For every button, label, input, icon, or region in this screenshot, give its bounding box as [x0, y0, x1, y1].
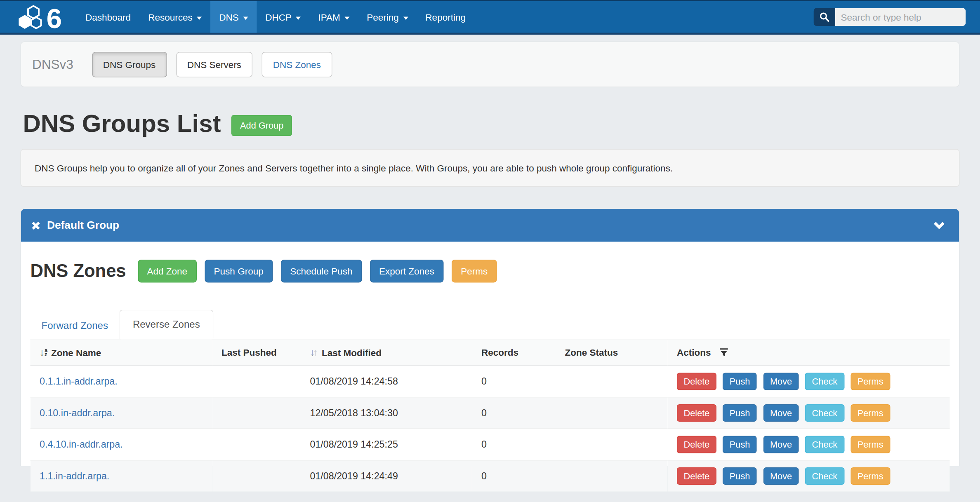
add-group-button[interactable]: Add Group — [231, 115, 292, 136]
toolbar-schedule-push[interactable]: Schedule Push — [281, 260, 362, 283]
nav-item-resources[interactable]: Resources — [139, 1, 210, 33]
brand-logo[interactable]: 6 — [18, 5, 62, 29]
cell-zone-status — [556, 397, 668, 429]
zones-table-body: 0.1.1.in-addr.arpa. 01/08/2019 14:24:58 … — [31, 366, 950, 491]
search-icon[interactable] — [814, 8, 836, 26]
row-action-delete[interactable]: Delete — [677, 404, 716, 421]
row-action-move[interactable]: Move — [763, 467, 799, 484]
cell-actions: Delete Push Move Check Perms — [668, 366, 950, 397]
group-panel-header[interactable]: Default Group — [21, 209, 959, 242]
col-last-modified[interactable]: ↓↑ Last Modified — [301, 340, 472, 366]
row-action-move[interactable]: Move — [763, 436, 799, 453]
search-input[interactable] — [835, 8, 966, 26]
zone-link[interactable]: 1.1.in-addr.arpa. — [40, 470, 109, 481]
cell-last-modified: 12/05/2018 13:04:30 — [301, 397, 472, 429]
cell-last-modified: 01/08/2019 14:24:58 — [301, 366, 472, 397]
cell-zone-name: 0.4.10.in-addr.arpa. — [31, 429, 212, 460]
zone-link[interactable]: 0.1.1.in-addr.arpa. — [40, 375, 118, 386]
zones-toolbar: Add ZonePush GroupSchedule PushExport Zo… — [130, 260, 497, 283]
zones-table-header: ↓az Zone Name Last Pushed ↓↑ Last Modifi… — [31, 340, 950, 366]
row-action-push[interactable]: Push — [723, 373, 757, 390]
zone-link[interactable]: 0.4.10.in-addr.arpa. — [40, 439, 123, 449]
row-action-move[interactable]: Move — [763, 373, 799, 390]
row-action-perms[interactable]: Perms — [850, 404, 890, 421]
nav-item-dhcp[interactable]: DHCP — [257, 1, 309, 33]
cell-actions: Delete Push Move Check Perms — [668, 397, 950, 429]
default-group-panel: Default Group DNS Zones Add ZonePush Gro… — [21, 209, 960, 466]
row-action-check[interactable]: Check — [805, 467, 844, 484]
zone-link[interactable]: 0.10.in-addr.arpa. — [40, 407, 115, 418]
zones-head: DNS Zones Add ZonePush GroupSchedule Pus… — [31, 242, 950, 283]
nav-item-ipam[interactable]: IPAM — [309, 1, 358, 33]
nav-item-dashboard[interactable]: Dashboard — [77, 1, 139, 33]
cell-last-modified: 01/08/2019 14:25:25 — [301, 429, 472, 460]
caret-down-icon — [403, 16, 408, 20]
row-action-perms[interactable]: Perms — [850, 373, 890, 390]
cell-zone-status — [556, 429, 668, 460]
app-window: 6 DashboardResourcesDNSDHCPIPAMPeeringRe… — [0, 0, 980, 502]
cell-records: 0 — [472, 460, 556, 491]
zones-table: ↓az Zone Name Last Pushed ↓↑ Last Modifi… — [31, 340, 950, 491]
row-action-push[interactable]: Push — [723, 404, 757, 421]
sort-updown-icon[interactable]: ↓↑ — [310, 347, 318, 357]
cell-records: 0 — [472, 397, 556, 429]
cell-last-pushed — [212, 366, 301, 397]
group-panel-title: Default Group — [47, 219, 119, 232]
cell-zone-name: 0.1.1.in-addr.arpa. — [31, 366, 212, 397]
main-nav: DashboardResourcesDNSDHCPIPAMPeeringRepo… — [77, 1, 474, 33]
nav-item-dns[interactable]: DNS — [210, 1, 257, 33]
row-action-check[interactable]: Check — [805, 436, 844, 453]
zone-row: 1.1.in-addr.arpa. 01/08/2019 14:24:49 0 … — [31, 460, 950, 491]
nav-item-peering[interactable]: Peering — [358, 1, 417, 33]
zone-row: 0.10.in-addr.arpa. 12/05/2018 13:04:30 0… — [31, 397, 950, 429]
row-action-check[interactable]: Check — [805, 373, 844, 390]
nav-item-reporting[interactable]: Reporting — [417, 1, 474, 33]
filter-funnel-icon[interactable] — [720, 348, 728, 357]
toolbar-add-zone[interactable]: Add Zone — [138, 260, 197, 283]
row-action-delete[interactable]: Delete — [677, 436, 716, 453]
row-action-perms[interactable]: Perms — [850, 467, 890, 484]
remove-x-icon[interactable] — [31, 221, 41, 230]
toolbar-export-zones[interactable]: Export Zones — [370, 260, 444, 283]
row-action-push[interactable]: Push — [723, 467, 757, 484]
caret-down-icon — [344, 16, 349, 20]
cell-records: 0 — [472, 429, 556, 460]
subnav-dns-groups[interactable]: DNS Groups — [92, 52, 167, 77]
caret-down-icon — [296, 16, 301, 20]
zones-tabs: Forward Zones Reverse Zones — [31, 310, 950, 340]
cell-zone-status — [556, 366, 668, 397]
tab-reverse-zones[interactable]: Reverse Zones — [119, 310, 214, 340]
zones-section-title: DNS Zones — [31, 261, 126, 281]
page-title: DNS Groups List — [23, 110, 221, 137]
caret-down-icon — [243, 16, 248, 20]
cell-zone-name: 0.10.in-addr.arpa. — [31, 397, 212, 429]
dnsv3-bar: DNSv3 DNS GroupsDNS ServersDNS Zones — [21, 42, 960, 87]
row-action-delete[interactable]: Delete — [677, 467, 716, 484]
cell-last-modified: 01/08/2019 14:24:49 — [301, 460, 472, 491]
col-last-pushed: Last Pushed — [212, 340, 301, 366]
collapse-chevron-down-icon[interactable] — [933, 221, 945, 230]
tab-forward-zones[interactable]: Forward Zones — [31, 313, 119, 339]
row-action-check[interactable]: Check — [805, 404, 844, 421]
top-navbar: 6 DashboardResourcesDNSDHCPIPAMPeeringRe… — [0, 0, 980, 35]
subnav-dns-servers[interactable]: DNS Servers — [176, 52, 252, 77]
col-zone-name[interactable]: ↓az Zone Name — [31, 340, 212, 366]
brand-six: 6 — [47, 7, 62, 29]
cell-last-pushed — [212, 397, 301, 429]
cell-actions: Delete Push Move Check Perms — [668, 460, 950, 491]
caret-down-icon — [197, 16, 202, 20]
row-action-push[interactable]: Push — [723, 436, 757, 453]
subnav-dns-zones[interactable]: DNS Zones — [262, 52, 332, 77]
row-action-move[interactable]: Move — [763, 404, 799, 421]
sort-alphabetical-icon[interactable]: ↓az — [40, 347, 47, 357]
toolbar-push-group[interactable]: Push Group — [205, 260, 273, 283]
cell-zone-status — [556, 460, 668, 491]
toolbar-perms[interactable]: Perms — [452, 260, 497, 283]
row-action-delete[interactable]: Delete — [677, 373, 716, 390]
hexagon-cluster-icon — [18, 5, 45, 29]
cell-zone-name: 1.1.in-addr.arpa. — [31, 460, 212, 491]
groups-description: DNS Groups help you to organize all of y… — [21, 149, 960, 187]
row-action-perms[interactable]: Perms — [850, 436, 890, 453]
dnsv3-label: DNSv3 — [32, 57, 73, 72]
cell-actions: Delete Push Move Check Perms — [668, 429, 950, 460]
